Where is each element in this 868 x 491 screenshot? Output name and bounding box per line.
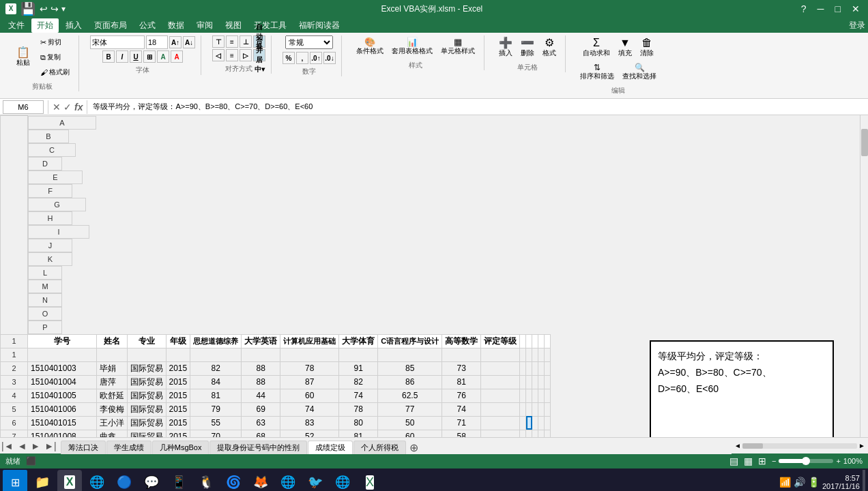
clear-button[interactable]: 🗑 清除 [637, 35, 657, 60]
cell-H2[interactable]: 91 [339, 361, 378, 375]
tab-msgbox[interactable]: 几种MsgBox [152, 441, 209, 454]
cell-B5[interactable]: 李俊梅 [96, 402, 127, 416]
cell-C6[interactable]: 国际贸易 [127, 416, 166, 430]
add-sheet-button[interactable]: ⊕ [409, 441, 418, 454]
table-format-button[interactable]: 📊 套用表格格式 [388, 35, 436, 58]
cell-M1[interactable] [526, 334, 532, 348]
cell-F1[interactable] [242, 348, 280, 361]
cell-D1[interactable] [166, 348, 190, 361]
cell-B1[interactable] [96, 348, 127, 361]
align-left-button[interactable]: ◁ [212, 49, 225, 61]
cell-B7[interactable]: 曲鑫 [96, 430, 127, 437]
taskbar-icon-7[interactable]: 🦊 [248, 470, 273, 491]
col-header-D[interactable]: D [28, 157, 62, 170]
cell-P4[interactable] [545, 389, 551, 402]
cell-F7[interactable]: 68 [242, 430, 280, 437]
cell-N2[interactable] [532, 361, 538, 375]
comma-button[interactable]: , [296, 52, 308, 64]
cell-L6[interactable] [520, 416, 526, 430]
insert-function-icon[interactable]: fx [74, 102, 83, 113]
h-scrollbar-area[interactable]: ◄ ► [732, 442, 868, 449]
cell-E7[interactable]: 70 [190, 430, 242, 437]
cell-O5[interactable] [538, 402, 545, 416]
col-header-J[interactable]: J [28, 239, 72, 252]
cell-A5[interactable]: 1510401006 [28, 402, 97, 416]
excel-taskbar-button[interactable]: X [57, 470, 82, 491]
cell-D4[interactable]: 2015 [166, 389, 190, 402]
taskbar-icon-8[interactable]: 🌐 [276, 470, 300, 491]
scroll-left-icon[interactable]: ◄ [734, 442, 741, 449]
cell-H4[interactable]: 74 [339, 389, 378, 402]
cell-G5[interactable]: 74 [280, 402, 339, 416]
align-right-button[interactable]: ▷ [240, 49, 252, 61]
close-button[interactable]: ✕ [849, 3, 863, 14]
cell-F4[interactable]: 44 [242, 389, 280, 402]
cell-G2[interactable]: 78 [280, 361, 339, 375]
menu-insert[interactable]: 插入 [60, 18, 87, 33]
cell-A1[interactable]: 学号 [28, 334, 97, 348]
zoom-in-button[interactable]: + [836, 457, 840, 465]
align-center-button[interactable]: ≡ [226, 49, 238, 61]
decrease-decimal-button[interactable]: .0↓ [323, 52, 336, 64]
cell-N4[interactable] [532, 389, 538, 402]
merge-cells-button[interactable]: 合并居中▾ [253, 49, 265, 61]
cell-I2[interactable]: 85 [378, 361, 442, 375]
cell-N6[interactable] [532, 416, 538, 430]
cell-M5[interactable] [526, 402, 532, 416]
bold-button[interactable]: B [102, 50, 115, 63]
cell-J4[interactable]: 76 [442, 389, 481, 402]
cell-L3[interactable] [520, 375, 526, 389]
cell-G4[interactable]: 60 [280, 389, 339, 402]
cell-P7[interactable] [545, 430, 551, 437]
scrollbar-thumb[interactable] [861, 129, 868, 156]
delete-cells-button[interactable]: ➖ 删除 [517, 35, 538, 60]
cell-B2[interactable]: 毕娟 [96, 361, 127, 375]
cell-A7[interactable]: 1510401008 [28, 430, 97, 437]
cell-J5[interactable]: 74 [442, 402, 481, 416]
h-scrollbar-thumb[interactable] [742, 443, 763, 449]
undo-icon[interactable]: ↩ [40, 3, 48, 14]
scroll-right-icon[interactable]: ► [858, 442, 865, 449]
taskbar-icon-1[interactable]: 🌐 [85, 470, 109, 491]
maximize-button[interactable]: □ [833, 3, 843, 14]
cell-G3[interactable]: 87 [280, 375, 339, 389]
tab-algorithm[interactable]: 筹法口决 [61, 441, 106, 454]
cell-A3[interactable]: 1510401004 [28, 375, 97, 389]
minimize-button[interactable]: ─ [815, 3, 827, 14]
cell-O3[interactable] [538, 375, 545, 389]
cell-G6[interactable]: 83 [280, 416, 339, 430]
col-header-F[interactable]: F [28, 184, 72, 198]
cell-J1[interactable]: 高等数学 [442, 334, 481, 348]
cell-K7[interactable] [481, 430, 520, 437]
cell-A4[interactable]: 1510401005 [28, 389, 97, 402]
zoom-slider[interactable] [779, 459, 833, 463]
h-scrollbar-track[interactable] [742, 443, 857, 449]
file-explorer-button[interactable]: 📁 [30, 470, 55, 491]
sort-filter-button[interactable]: ⇅ 排序和筛选 [577, 61, 618, 83]
increase-decimal-button[interactable]: .0↑ [310, 52, 322, 64]
tab-nav-last[interactable]: ►| [43, 441, 58, 451]
taskbar-icon-5[interactable]: 🐧 [194, 470, 218, 491]
cell-D7[interactable]: 2015 [166, 430, 190, 437]
col-header-M[interactable]: M [28, 280, 62, 293]
cell-E5[interactable]: 79 [190, 402, 242, 416]
cell-I4[interactable]: 62.5 [378, 389, 442, 402]
cell-A6[interactable]: 1510401015 [28, 416, 97, 430]
cell-O4[interactable] [538, 389, 545, 402]
cell-O1[interactable] [538, 334, 545, 348]
cell-C1[interactable] [127, 348, 166, 361]
cell-M7[interactable] [526, 430, 532, 437]
start-button[interactable]: ⊞ [3, 470, 27, 491]
cell-K5[interactable] [481, 402, 520, 416]
col-header-I[interactable]: I [28, 225, 89, 239]
cell-L5[interactable] [520, 402, 526, 416]
border-button[interactable]: ⊞ [143, 50, 156, 63]
cell-H1[interactable] [339, 348, 378, 361]
cell-P3[interactable] [545, 375, 551, 389]
copy-button[interactable]: ⧉复制 [37, 50, 73, 64]
percent-button[interactable]: % [283, 52, 295, 64]
cell-P2[interactable] [545, 361, 551, 375]
cell-I7[interactable]: 60 [378, 430, 442, 437]
menu-file[interactable]: 文件 [3, 18, 30, 33]
tab-nav-first[interactable]: |◄ [0, 441, 15, 451]
